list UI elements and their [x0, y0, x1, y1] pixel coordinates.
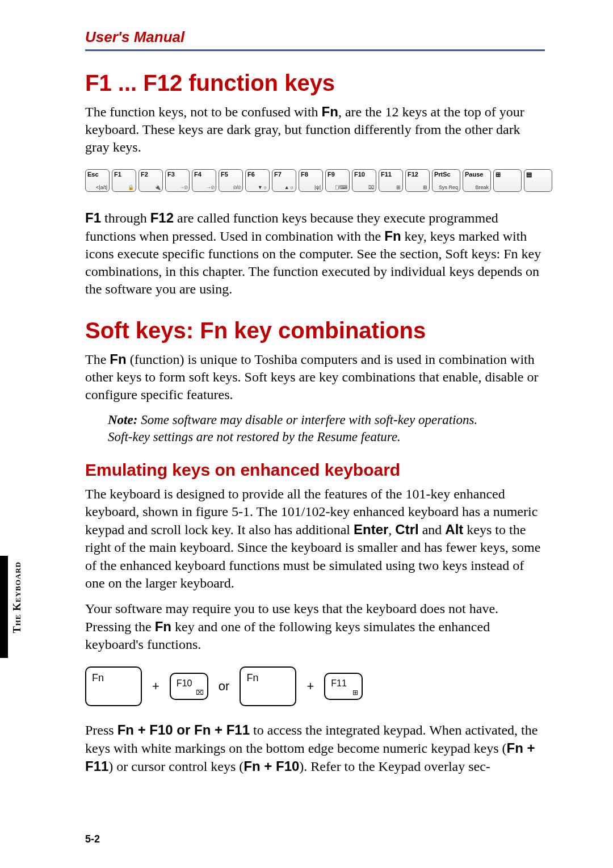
key-f5: F5⎚/⎚ — [219, 169, 243, 192]
side-tab-label: The Keyboard — [11, 556, 23, 639]
key-⊞: ⊞ — [493, 169, 522, 192]
key-prtsc: PrtScSys Req — [432, 169, 460, 192]
key-esc: Esc<|a/t| — [85, 169, 110, 192]
key-f8: F8|ψ| — [299, 169, 323, 192]
plus-icon: + — [152, 679, 159, 694]
note-paragraph: Note: Some software may disable or inter… — [108, 412, 505, 446]
key-f3: F3→⎚ — [165, 169, 190, 192]
paragraph-2: F1 through F12 are called function keys … — [85, 209, 545, 299]
key-f1: F1🔒 — [112, 169, 136, 192]
key-f4: F4→⎚ — [192, 169, 216, 192]
key-f12: F12⊞ — [405, 169, 430, 192]
fn-key-icon: Fn — [85, 666, 142, 706]
side-tab-bar — [0, 556, 8, 658]
or-text: or — [219, 679, 230, 694]
paragraph-3: The Fn (function) is unique to Toshiba c… — [85, 350, 545, 404]
paragraph-5: Your software may require you to use key… — [85, 600, 545, 654]
paragraph-4: The keyboard is designed to provide all … — [85, 485, 545, 592]
key-▤: ▤ — [524, 169, 552, 192]
plus-icon-2: + — [306, 679, 314, 694]
side-tab: The Keyboard — [0, 556, 23, 658]
f11-key-icon: F11⊞ — [324, 673, 363, 700]
page-number: 5-2 — [85, 833, 100, 845]
paragraph-1: The function keys, not to be confused wi… — [85, 103, 545, 157]
section-heading-softkeys: Soft keys: Fn key combinations — [85, 318, 545, 343]
paragraph-6: Press Fn + F10 or Fn + F11 to access the… — [85, 721, 545, 776]
key-f9: F9⎕/⌨ — [325, 169, 350, 192]
subsection-heading-emulating: Emulating keys on enhanced keyboard — [85, 460, 545, 480]
fn-key-icon-2: Fn — [240, 666, 296, 706]
key-f6: F6▼☼ — [245, 169, 270, 192]
key-pause: PauseBreak — [463, 169, 491, 192]
header-title: User's Manual — [85, 28, 545, 46]
key-f7: F7▲☼ — [272, 169, 296, 192]
key-combo-figure: Fn + F10⌧ or Fn + F11⊞ — [85, 666, 545, 706]
key-f11: F11⊞ — [379, 169, 403, 192]
key-f10: F10⌧ — [352, 169, 376, 192]
key-f2: F2🔌 — [138, 169, 163, 192]
function-key-row-figure: Esc<|a/t|F1🔒F2🔌F3→⎚F4→⎚F5⎚/⎚F6▼☼F7▲☼F8|ψ… — [85, 169, 545, 192]
section-heading-f1f12: F1 ... F12 function keys — [85, 70, 545, 96]
f10-key-icon: F10⌧ — [170, 673, 208, 700]
header-rule — [85, 49, 545, 51]
